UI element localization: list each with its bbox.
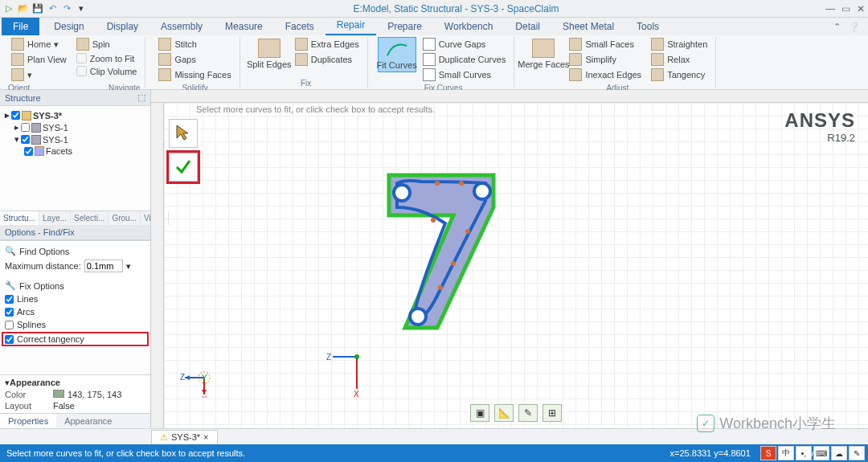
tab-selection[interactable]: Selecti...	[71, 211, 108, 225]
part-icon	[31, 135, 41, 145]
view-grid-icon[interactable]: ⊞	[542, 404, 562, 422]
straighten-button[interactable]: Straighten	[648, 37, 710, 51]
structure-tree[interactable]: ▸SYS-3* ▸SYS-1 ▾SYS-1 Facets	[0, 106, 150, 211]
doc-tab-close-icon[interactable]: ×	[203, 432, 208, 442]
simplify-button[interactable]: Simplify	[566, 52, 645, 67]
open-icon[interactable]: 📂	[18, 3, 29, 14]
tray-punct-icon[interactable]: •,	[796, 446, 812, 460]
spin-button[interactable]: Spin	[73, 37, 141, 51]
brand-name: ANSYS	[784, 109, 855, 132]
tab-structure[interactable]: Structu...	[0, 211, 39, 225]
tray-lang-icon[interactable]: 中	[778, 446, 794, 460]
tray-kbd-icon[interactable]: ⌨	[813, 446, 829, 460]
redo-icon[interactable]: ↷	[61, 3, 72, 14]
color-row[interactable]: Color143, 175, 143	[2, 389, 149, 400]
small-faces-button[interactable]: Small Faces	[566, 37, 645, 51]
tab-layers[interactable]: Laye...	[39, 211, 71, 225]
help-icon[interactable]: ❔	[849, 22, 860, 32]
doc-tab[interactable]: ⚠SYS-3*×	[151, 430, 218, 444]
structure-title: Structure	[5, 93, 41, 103]
svg-marker-18	[202, 390, 207, 395]
correct-tangency-row[interactable]: Correct tangency	[2, 332, 149, 346]
tab-groups[interactable]: Grou...	[108, 211, 141, 225]
ribbon-group-fixcurves: Fit Curves Curve Gaps Duplicate Curves S…	[373, 37, 515, 88]
cursor-icon	[174, 124, 193, 143]
lines-checkbox-row[interactable]: Lines	[3, 292, 147, 305]
undo-icon[interactable]: ↶	[47, 3, 58, 14]
tree-root[interactable]: ▸SYS-3*	[3, 109, 147, 121]
minimize-icon[interactable]: —	[825, 3, 835, 14]
qat-dropdown-icon[interactable]: ▾	[76, 3, 87, 14]
plan-view-button[interactable]: Plan View	[8, 52, 70, 67]
view-ruler-icon[interactable]: 📐	[494, 404, 514, 422]
ribbon-group-adjust: Merge Faces Small Faces Simplify Inexact…	[519, 37, 716, 88]
tab-tools[interactable]: Tools	[625, 18, 670, 35]
tab-prepare[interactable]: Prepare	[376, 18, 433, 35]
tray-settings-icon[interactable]: ✎	[849, 446, 865, 460]
tab-repair[interactable]: Repair	[326, 16, 376, 35]
svg-point-2	[410, 309, 426, 325]
layout-row[interactable]: LayoutFalse	[2, 400, 149, 411]
close-icon[interactable]: ✕	[857, 3, 865, 14]
arcs-checkbox-row[interactable]: Arcs	[3, 305, 147, 318]
hint-text: Select more curves to fit, or click chec…	[196, 104, 435, 114]
svg-text:X: X	[354, 390, 359, 399]
small-curves-button[interactable]: Small Curves	[420, 67, 510, 82]
part-icon	[31, 123, 41, 133]
inexact-icon	[569, 68, 582, 81]
tab-workbench[interactable]: Workbench	[433, 18, 504, 35]
relax-button[interactable]: Relax	[648, 52, 710, 67]
tab-facets[interactable]: Facets	[274, 18, 326, 35]
status-bar: Select more curves to fit, or click chec…	[0, 444, 868, 462]
view-pen-icon[interactable]: ✎	[518, 404, 538, 422]
missing-faces-button[interactable]: Missing Faces	[155, 67, 234, 82]
tab-assembly[interactable]: Assembly	[149, 18, 214, 35]
tab-display[interactable]: Display	[96, 18, 149, 35]
structure-tabs: Structu... Laye... Selecti... Grou... Vi…	[0, 211, 150, 225]
maximize-icon[interactable]: ▭	[841, 3, 850, 14]
model-geometry[interactable]	[357, 151, 566, 360]
tangency-button[interactable]: Tangency	[648, 67, 710, 82]
tray-ime-icon[interactable]: S	[760, 446, 776, 460]
orient-dropdown[interactable]: ▾	[8, 67, 70, 82]
select-tool-button[interactable]	[169, 119, 198, 148]
save-icon[interactable]: 💾	[32, 3, 43, 14]
extra-edges-button[interactable]: Extra Edges	[292, 37, 362, 51]
appearance-header[interactable]: ▾ Appearance	[2, 377, 149, 389]
accept-button[interactable]	[169, 153, 198, 182]
tab-measure[interactable]: Measure	[214, 18, 274, 35]
tab-properties[interactable]: Properties	[0, 414, 56, 428]
find-options-row[interactable]: 🔍 Find Options	[3, 244, 147, 258]
tab-detail[interactable]: Detail	[504, 18, 551, 35]
small-faces-icon	[569, 38, 582, 51]
duplicates-button[interactable]: Duplicates	[292, 52, 362, 67]
view-triad[interactable]: Z X Y	[180, 358, 228, 399]
tray-cloud-icon[interactable]: ☁	[831, 446, 847, 460]
gaps-button[interactable]: Gaps	[155, 52, 234, 67]
split-edges-button[interactable]: Split Edges	[250, 37, 289, 71]
home-button[interactable]: Home ▾	[8, 37, 70, 51]
structure-close-icon[interactable]: ⬚	[137, 92, 145, 103]
curve-gaps-button[interactable]: Curve Gaps	[420, 37, 510, 51]
tab-file[interactable]: File	[2, 18, 39, 35]
run-icon[interactable]: ▷	[3, 3, 14, 14]
stitch-button[interactable]: Stitch	[155, 37, 234, 51]
tree-item[interactable]: Facets	[3, 145, 147, 157]
tab-sheetmetal[interactable]: Sheet Metal	[551, 18, 625, 35]
tab-appearance[interactable]: Appearance	[56, 414, 120, 428]
splines-checkbox-row[interactable]: Splines	[3, 318, 147, 331]
merge-faces-button[interactable]: Merge Faces	[524, 37, 563, 71]
tree-item[interactable]: ▾SYS-1	[3, 133, 147, 145]
viewport[interactable]: Select more curves to fit, or click chec…	[164, 103, 868, 428]
relax-icon	[651, 53, 664, 66]
duplicate-curves-button[interactable]: Duplicate Curves	[420, 52, 510, 67]
view-cube-icon[interactable]: ▣	[470, 404, 489, 422]
ribbon-tabs: File Design Display Assembly Measure Fac…	[0, 18, 868, 35]
inexact-edges-button[interactable]: Inexact Edges	[566, 67, 645, 82]
fit-curves-button[interactable]: Fit Curves	[378, 37, 416, 72]
fix-options-row[interactable]: 🔧 Fix Options	[3, 279, 147, 292]
tree-item[interactable]: ▸SYS-1	[3, 121, 147, 133]
max-distance-input[interactable]	[84, 260, 123, 272]
ribbon-collapse-icon[interactable]: ⌃	[833, 22, 841, 32]
tab-design[interactable]: Design	[43, 18, 95, 35]
